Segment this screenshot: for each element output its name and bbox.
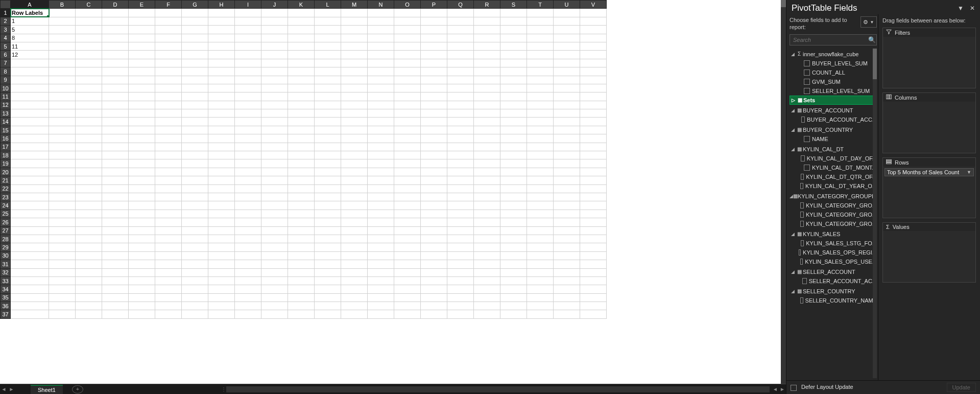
cell-L10[interactable] [315, 84, 341, 92]
cell-C13[interactable] [76, 109, 102, 118]
cell-U29[interactable] [554, 243, 580, 251]
cell-V27[interactable] [580, 226, 607, 235]
field-checkbox[interactable] [804, 165, 810, 171]
cell-R17[interactable] [474, 143, 500, 151]
cell-L14[interactable] [315, 118, 341, 126]
cell-D13[interactable] [102, 109, 129, 118]
cell-G1[interactable] [182, 9, 208, 17]
cell-M22[interactable] [341, 184, 368, 193]
cell-A37[interactable] [11, 310, 49, 318]
tab-nav-next-icon[interactable]: ► [8, 386, 15, 392]
cell-O9[interactable] [394, 76, 421, 84]
pane-close-icon[interactable]: ✕ [970, 5, 975, 12]
cell-Q13[interactable] [447, 109, 474, 118]
cell-M11[interactable] [341, 92, 368, 101]
cell-V5[interactable] [580, 42, 607, 50]
cell-I29[interactable] [235, 243, 261, 251]
cell-N31[interactable] [368, 260, 394, 268]
cell-O16[interactable] [394, 134, 421, 143]
cell-O34[interactable] [394, 285, 421, 293]
cell-K8[interactable] [288, 67, 315, 76]
cell-I36[interactable] [235, 302, 261, 310]
cell-T25[interactable] [527, 210, 554, 218]
row-header-34[interactable]: 34 [1, 285, 11, 293]
cell-T22[interactable] [527, 184, 554, 193]
cell-S22[interactable] [500, 184, 527, 193]
cell-T15[interactable] [527, 126, 554, 134]
cell-E20[interactable] [129, 168, 155, 176]
cell-T37[interactable] [527, 310, 554, 318]
cell-B7[interactable] [49, 59, 76, 67]
cell-O5[interactable] [394, 42, 421, 50]
cell-E28[interactable] [129, 235, 155, 243]
row-header-2[interactable]: 2 [1, 17, 11, 25]
cell-R37[interactable] [474, 310, 500, 318]
cell-G29[interactable] [182, 243, 208, 251]
cell-S17[interactable] [500, 143, 527, 151]
cell-D11[interactable] [102, 92, 129, 101]
cell-B3[interactable] [49, 26, 76, 34]
cell-F4[interactable] [155, 34, 182, 42]
cell-T7[interactable] [527, 59, 554, 67]
cell-F18[interactable] [155, 151, 182, 159]
cell-A3[interactable]: 5 [11, 26, 49, 34]
cell-U2[interactable] [554, 17, 580, 25]
cell-J4[interactable] [261, 34, 288, 42]
cell-M7[interactable] [341, 59, 368, 67]
filters-area[interactable]: Filters [882, 28, 976, 88]
cell-N20[interactable] [368, 168, 394, 176]
cell-V29[interactable] [580, 243, 607, 251]
cell-B36[interactable] [49, 302, 76, 310]
cell-F26[interactable] [155, 218, 182, 226]
cell-C31[interactable] [76, 260, 102, 268]
cell-Q9[interactable] [447, 76, 474, 84]
cell-U17[interactable] [554, 143, 580, 151]
cell-N19[interactable] [368, 159, 394, 168]
cell-M24[interactable] [341, 201, 368, 210]
cell-T36[interactable] [527, 302, 554, 310]
cell-Q19[interactable] [447, 159, 474, 168]
cell-L11[interactable] [315, 92, 341, 101]
row-header-35[interactable]: 35 [1, 293, 11, 302]
cell-M17[interactable] [341, 143, 368, 151]
cell-F27[interactable] [155, 226, 182, 235]
cell-T34[interactable] [527, 285, 554, 293]
cell-Q2[interactable] [447, 17, 474, 25]
cell-Q18[interactable] [447, 151, 474, 159]
cell-L3[interactable] [315, 26, 341, 34]
cell-J28[interactable] [261, 235, 288, 243]
cell-K17[interactable] [288, 143, 315, 151]
cell-S37[interactable] [500, 310, 527, 318]
cell-V32[interactable] [580, 268, 607, 276]
cell-T6[interactable] [527, 51, 554, 59]
cell-R27[interactable] [474, 226, 500, 235]
cell-Q11[interactable] [447, 92, 474, 101]
collapse-icon[interactable]: ◢ [790, 289, 796, 294]
cell-A5[interactable]: 11 [11, 42, 49, 50]
cell-N8[interactable] [368, 67, 394, 76]
cell-H14[interactable] [208, 118, 235, 126]
cell-H33[interactable] [208, 276, 235, 285]
cell-I12[interactable] [235, 101, 261, 109]
cell-I27[interactable] [235, 226, 261, 235]
row-header-13[interactable]: 13 [1, 109, 11, 118]
cell-D26[interactable] [102, 218, 129, 226]
cell-V21[interactable] [580, 176, 607, 184]
cell-G30[interactable] [182, 251, 208, 260]
cell-L4[interactable] [315, 34, 341, 42]
cell-N21[interactable] [368, 176, 394, 184]
cell-I6[interactable] [235, 51, 261, 59]
cell-J9[interactable] [261, 76, 288, 84]
cell-D25[interactable] [102, 210, 129, 218]
cell-T11[interactable] [527, 92, 554, 101]
cell-F36[interactable] [155, 302, 182, 310]
cell-G27[interactable] [182, 226, 208, 235]
row-header-28[interactable]: 28 [1, 235, 11, 243]
cell-N11[interactable] [368, 92, 394, 101]
cell-G24[interactable] [182, 201, 208, 210]
cell-P15[interactable] [421, 126, 447, 134]
cell-C27[interactable] [76, 226, 102, 235]
tree-field-7-0[interactable]: SELLER_ACCOUNT_AC... [790, 276, 877, 286]
cell-O17[interactable] [394, 143, 421, 151]
cell-O26[interactable] [394, 218, 421, 226]
